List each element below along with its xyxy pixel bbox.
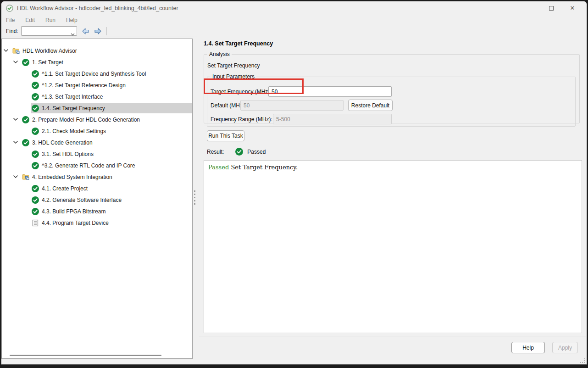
title-bar: HDL Workflow Advisor - hdlcoder_led_blin… (1, 1, 587, 15)
maximize-button[interactable] (547, 4, 555, 12)
tree-item-label: ^1.1. Set Target Device and Synthesis To… (42, 71, 146, 77)
tree-item-label: 4.4. Program Target Device (42, 220, 109, 226)
restore-default-button[interactable]: Restore Default (348, 100, 393, 111)
tree-item-label: 1.4. Set Target Frequency (42, 105, 105, 112)
chevron-down-icon[interactable] (13, 141, 21, 144)
check-icon (32, 93, 39, 100)
result-message-status: Passed (208, 164, 229, 171)
result-label: Result: (207, 149, 224, 155)
menu-bar: File Edit Run Help (1, 15, 587, 25)
run-this-task-button[interactable]: Run This Task (207, 130, 244, 141)
result-status: Passed (247, 149, 266, 155)
result-message-rest: Set Target Frequency. (229, 164, 298, 171)
tree-item-3-2-generate-rtl-code-and-ip-core[interactable]: ^3.2. Generate RTL Code and IP Core (2, 160, 192, 171)
result-row: Result: Passed (207, 148, 266, 156)
tree-item-label: 2. Prepare Model For HDL Code Generation (32, 117, 140, 123)
check-icon (32, 151, 39, 158)
apply-button: Apply (552, 342, 578, 353)
find-combobox[interactable] (21, 26, 77, 36)
window-title: HDL Workflow Advisor - hdlcoder_led_blin… (17, 5, 178, 11)
tree-item-label: 4.1. Create Project (42, 185, 88, 192)
tree-item-label: 3. HDL Code Generation (32, 139, 93, 146)
task-heading: 1.4. Set Target Frequency (204, 40, 273, 47)
tree-item-4-embedded-system-integration[interactable]: 4. Embedded System Integration (2, 171, 192, 183)
chevron-down-icon[interactable] (13, 118, 21, 121)
find-label: Find: (6, 28, 18, 34)
find-next-button[interactable] (93, 27, 103, 36)
tree-item-4-4-program-target-device[interactable]: 4.4. Program Target Device (2, 217, 192, 229)
passed-check-icon (235, 148, 243, 156)
splitter-grip-icon (194, 190, 195, 205)
tree-item-label: 3.1. Set HDL Options (42, 151, 94, 157)
panel-splitter[interactable] (193, 39, 197, 359)
tree-item-label: ^3.2. Generate RTL Code and IP Core (42, 162, 135, 169)
task-detail-panel: 1.4. Set Target Frequency Analysis Set T… (197, 36, 587, 365)
tree-item-2-prepare-model-for-hdl-code-generation[interactable]: 2. Prepare Model For HDL Code Generation (2, 114, 192, 125)
analysis-groupbox: Analysis Set Target Frequency Input Para… (204, 51, 580, 123)
chevron-down-icon[interactable] (71, 29, 75, 38)
doc-icon (32, 219, 39, 227)
tree-item-1-3-set-target-interface[interactable]: ^1.3. Set Target Interface (2, 91, 192, 102)
input-parameters-legend: Input Parameters (211, 73, 256, 80)
chevron-down-icon[interactable] (4, 49, 11, 52)
tree-item-4-3-build-fpga-bitstream[interactable]: 4.3. Build FPGA Bitstream (2, 206, 192, 217)
tree-item-label: 4. Embedded System Integration (32, 174, 112, 180)
tree-item-1-1-set-target-device-and-synthesis-tool[interactable]: ^1.1. Set Target Device and Synthesis To… (2, 68, 192, 79)
horizontal-scrollbar[interactable] (10, 355, 161, 356)
chevron-down-icon[interactable] (13, 61, 21, 64)
result-output-box[interactable]: Passed Set Target Frequency. (204, 160, 582, 333)
toolbar-separator (106, 27, 107, 35)
tree-item-4-1-create-project[interactable]: 4.1. Create Project (2, 183, 192, 194)
input-parameters-groupbox: Input Parameters Target Frequency (MHz):… (207, 73, 576, 127)
tree-item-1-4-set-target-frequency[interactable]: 1.4. Set Target Frequency (2, 102, 192, 114)
check-icon (32, 196, 39, 204)
default-frequency-input (240, 100, 344, 111)
tree-item-label: ^1.2. Set Target Reference Design (42, 82, 126, 89)
tree-item-1-set-target[interactable]: 1. Set Target (2, 56, 192, 68)
chevron-down-icon[interactable] (13, 175, 21, 178)
frequency-range-label: Frequency Range (MHz): (211, 116, 272, 123)
result-message: Passed Set Target Frequency. (208, 164, 577, 171)
analysis-description: Set Target Frequency (207, 62, 260, 69)
tree-item-label: 4.3. Build FPGA Bitstream (42, 208, 105, 215)
analysis-legend: Analysis (207, 51, 232, 57)
check-icon (32, 185, 39, 192)
resize-grip-icon[interactable] (580, 358, 585, 363)
tree-item-3-1-set-hdl-options[interactable]: 3.1. Set HDL Options (2, 148, 192, 160)
folder-icon (22, 173, 29, 181)
check-icon (22, 59, 29, 66)
tree-item-1-2-set-target-reference-design[interactable]: ^1.2. Set Target Reference Design (2, 79, 192, 91)
check-icon (32, 82, 39, 89)
tree-item-hdl-workflow-advisor[interactable]: HDL Workflow Advisor (2, 45, 192, 56)
folder-icon (12, 47, 20, 55)
tree-item-4-2-generate-software-interface[interactable]: 4.2. Generate Software Interface (2, 194, 192, 206)
minimize-button[interactable] (526, 4, 534, 12)
tree-item-label: HDL Workflow Advisor (22, 48, 77, 54)
check-icon (32, 70, 39, 78)
menu-run[interactable]: Run (45, 16, 61, 25)
menu-edit[interactable]: Edit (25, 16, 40, 25)
close-button[interactable]: ✕ (568, 4, 577, 12)
app-icon (6, 5, 13, 12)
check-icon (32, 128, 39, 135)
target-frequency-input[interactable] (268, 86, 392, 97)
section-divider (204, 126, 580, 126)
check-icon (32, 208, 39, 215)
help-button[interactable]: Help (511, 342, 545, 353)
tree-item-3-hdl-code-generation[interactable]: 3. HDL Code Generation (2, 137, 192, 148)
footer-divider (199, 336, 586, 336)
menu-help[interactable]: Help (66, 16, 83, 25)
menu-file[interactable]: File (6, 16, 20, 25)
check-icon (32, 162, 39, 169)
workflow-tree: HDL Workflow Advisor1. Set Target^1.1. S… (2, 45, 192, 229)
find-previous-button[interactable] (81, 27, 91, 36)
workflow-tree-panel: HDL Workflow Advisor1. Set Target^1.1. S… (1, 39, 193, 359)
tree-item-2-1-check-model-settings[interactable]: 2.1. Check Model Settings (2, 125, 192, 137)
target-frequency-label: Target Frequency (MHz): (211, 89, 272, 95)
check-icon (22, 139, 29, 146)
tree-item-label: ^1.3. Set Target Interface (42, 94, 103, 100)
tree-item-label: 1. Set Target (32, 59, 63, 66)
tree-item-label: 2.1. Check Model Settings (42, 128, 106, 134)
app-window: HDL Workflow Advisor - hdlcoder_led_blin… (1, 1, 587, 365)
find-input[interactable] (21, 26, 77, 36)
